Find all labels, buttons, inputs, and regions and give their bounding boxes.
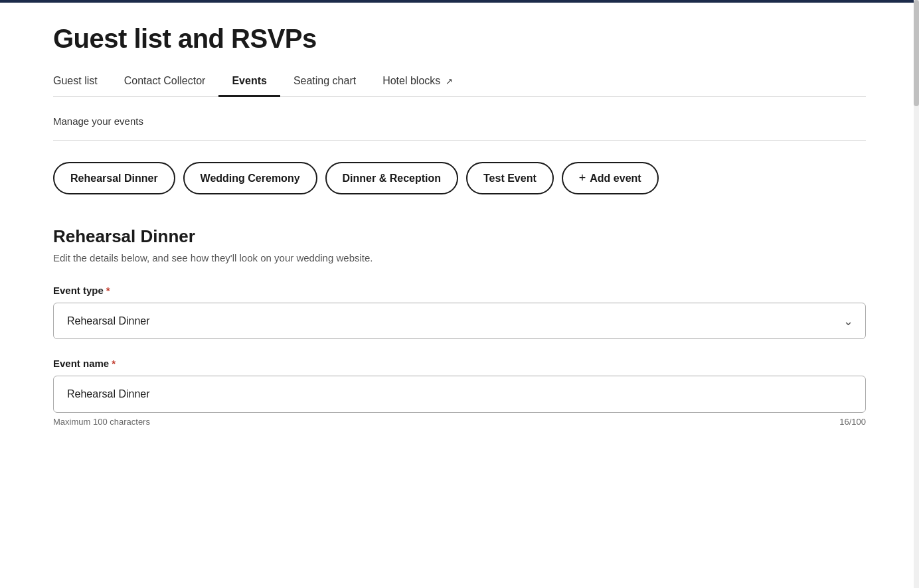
tab-guest-list[interactable]: Guest list [53, 67, 111, 97]
event-name-char-count: 16/100 [839, 417, 866, 427]
plus-icon: + [579, 171, 586, 185]
event-detail-title: Rehearsal Dinner [53, 226, 866, 247]
event-pill-wedding-ceremony[interactable]: Wedding Ceremony [183, 162, 317, 194]
page-title: Guest list and RSVPs [53, 3, 866, 67]
event-detail-section: Rehearsal Dinner Edit the details below,… [53, 221, 866, 427]
section-subtitle: Manage your events [53, 97, 866, 141]
event-name-input[interactable] [53, 376, 866, 413]
event-name-hint-row: Maximum 100 characters 16/100 [53, 417, 866, 427]
event-type-select[interactable]: Rehearsal Dinner Wedding Ceremony Dinner… [54, 303, 865, 338]
tab-hotel-blocks[interactable]: Hotel blocks ↗ [369, 67, 466, 97]
tab-navigation: Guest list Contact Collector Events Seat… [53, 67, 866, 97]
event-pill-rehearsal-dinner[interactable]: Rehearsal Dinner [53, 162, 175, 194]
event-name-hint: Maximum 100 characters [53, 417, 150, 427]
event-detail-description: Edit the details below, and see how they… [53, 252, 866, 263]
event-pill-test-event[interactable]: Test Event [466, 162, 554, 194]
tab-seating-chart[interactable]: Seating chart [280, 67, 369, 97]
add-event-button[interactable]: + Add event [562, 162, 659, 194]
event-type-label: Event type * [53, 285, 866, 296]
event-pills-row: Rehearsal Dinner Wedding Ceremony Dinner… [53, 141, 866, 221]
required-star-event-type: * [106, 285, 110, 296]
required-star-event-name: * [112, 358, 116, 369]
scrollbar-track [914, 0, 919, 445]
external-link-icon: ↗ [446, 76, 453, 86]
event-name-group: Event name * Maximum 100 characters 16/1… [53, 358, 866, 427]
event-pill-dinner-reception[interactable]: Dinner & Reception [325, 162, 458, 194]
event-type-select-wrapper: Rehearsal Dinner Wedding Ceremony Dinner… [53, 303, 866, 339]
event-name-label: Event name * [53, 358, 866, 369]
tab-contact-collector[interactable]: Contact Collector [111, 67, 219, 97]
event-type-group: Event type * Rehearsal Dinner Wedding Ce… [53, 285, 866, 339]
scrollbar-thumb[interactable] [914, 0, 919, 106]
tab-events[interactable]: Events [218, 67, 280, 97]
